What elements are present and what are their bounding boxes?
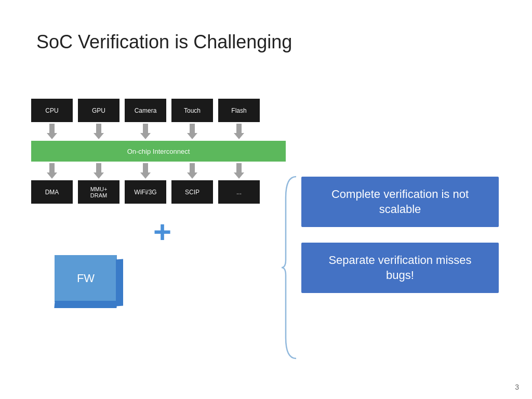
curly-brace (281, 171, 301, 364)
right-panel: Complete verification is not scalable Se… (301, 177, 499, 309)
top-blocks-row: CPU GPU Camera Touch Flash (29, 99, 288, 122)
arrow-scip (171, 163, 213, 179)
interconnect-bar: On-chip Interconnect (31, 141, 286, 162)
bottom-blocks-row: DMA MMU+DRAM WiFi/3G SCIP ... (29, 180, 288, 204)
fw-label: FW (77, 272, 95, 285)
block-dma: DMA (31, 180, 73, 204)
arrow-wifi (125, 163, 166, 179)
block-wifi: WiFi/3G (125, 180, 166, 204)
arrow-dma (31, 163, 73, 179)
block-cpu: CPU (31, 99, 73, 122)
svg-marker-6 (94, 163, 104, 179)
block-ellipsis: ... (218, 180, 260, 204)
slide-title: SoC Verification is Challenging (36, 31, 292, 53)
arrow-dots (218, 163, 260, 179)
block-touch: Touch (171, 99, 213, 122)
arrow-cpu (31, 124, 73, 139)
arrow-mmu (78, 163, 119, 179)
svg-marker-0 (47, 124, 57, 139)
fw-box-right-face (116, 259, 123, 306)
svg-marker-1 (94, 124, 104, 139)
block-camera: Camera (125, 99, 166, 122)
svg-marker-3 (187, 124, 197, 139)
svg-marker-9 (234, 163, 244, 179)
arrow-flash (218, 124, 260, 139)
plus-symbol: + (36, 214, 288, 250)
arrow-touch (171, 124, 213, 139)
fw-box-main: FW (55, 255, 117, 302)
svg-marker-8 (187, 163, 197, 179)
block-scip: SCIP (171, 180, 213, 204)
arrow-gpu (78, 124, 119, 139)
page-number: 3 (515, 383, 519, 391)
info-box-1: Complete verification is not scalable (301, 177, 499, 227)
block-mmu: MMU+DRAM (78, 180, 119, 204)
fw-box-container: FW (49, 255, 117, 307)
svg-marker-7 (140, 163, 151, 179)
arrow-camera (125, 124, 166, 139)
block-gpu: GPU (78, 99, 119, 122)
block-flash: Flash (218, 99, 260, 122)
svg-marker-4 (234, 124, 244, 139)
top-arrows-row (29, 122, 288, 141)
info-box-2: Separate verification misses bugs! (301, 243, 499, 293)
svg-marker-5 (47, 163, 57, 179)
diagram-area: CPU GPU Camera Touch Flash (29, 99, 288, 307)
fw-box-bottom-face (54, 301, 117, 308)
bottom-arrows-row (29, 162, 288, 180)
svg-marker-2 (140, 124, 151, 139)
